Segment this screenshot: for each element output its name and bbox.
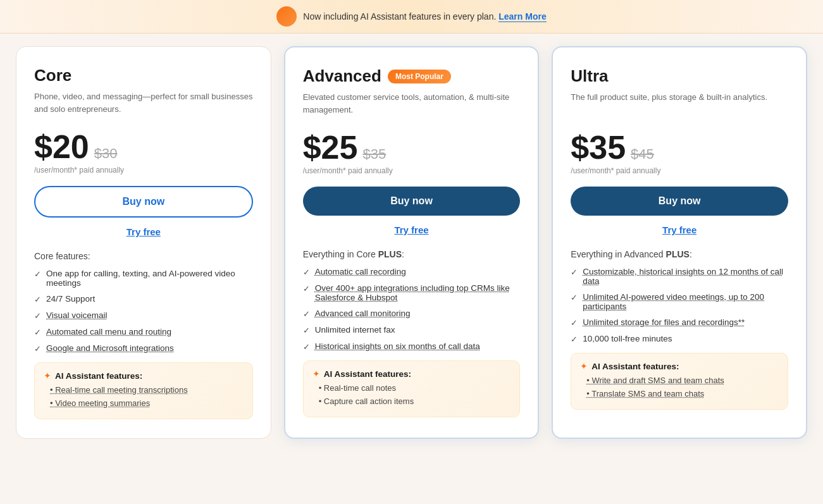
checkmark-icon: ✓: [303, 326, 310, 335]
price-row-ultra: $35 $45: [571, 131, 788, 164]
price-row-core: $20 $30: [34, 130, 253, 163]
price-old: $35: [362, 146, 386, 163]
plan-card-ultra: UltraThe full product suite, plus storag…: [552, 46, 807, 439]
plan-header-ultra: Ultra: [571, 66, 788, 86]
ai-star-icon: ✦: [580, 361, 588, 371]
price-old: $45: [631, 146, 654, 163]
buy-now-button-advanced[interactable]: Buy now: [303, 187, 521, 216]
plan-desc-advanced: Elevated customer service tools, automat…: [303, 91, 521, 120]
popular-badge: Most Popular: [388, 70, 451, 83]
feature-item: ✓10,000 toll-free minutes: [571, 334, 788, 344]
top-banner: Now including AI Assistant features in e…: [0, 0, 823, 34]
feature-text: One app for calling, texting, and AI-pow…: [46, 269, 253, 288]
ai-item: • Real-time call meeting transcriptions: [44, 384, 244, 396]
feature-item: ✓Automated call menu and routing: [34, 327, 253, 337]
plan-name-advanced: Advanced: [303, 66, 381, 86]
checkmark-icon: ✓: [571, 318, 578, 328]
feature-item: ✓Visual voicemail: [34, 310, 253, 321]
feature-item: ✓Unlimited AI-powered video meetings, up…: [571, 292, 788, 311]
ai-box-title: AI Assistant features:: [591, 362, 679, 371]
feature-text: Historical insights on six months of cal…: [315, 341, 480, 351]
price-row-advanced: $25 $35: [303, 131, 521, 164]
learn-more-link[interactable]: Learn More: [498, 11, 546, 22]
feature-text: Advanced call monitoring: [315, 309, 411, 318]
pricing-grid: CorePhone, video, and messaging—perfect …: [0, 34, 823, 458]
feature-text: Visual voicemail: [46, 310, 108, 320]
checkmark-icon: ✓: [571, 267, 578, 277]
ai-item-link: • Write and draft SMS and team chats: [586, 376, 724, 385]
feature-item: ✓One app for calling, texting, and AI-po…: [34, 269, 253, 288]
buy-now-button-core[interactable]: Buy now: [34, 186, 253, 218]
banner-message: Now including AI Assistant features in e…: [303, 11, 546, 22]
feature-text: Unlimited storage for files and recordin…: [583, 317, 745, 327]
price-main: $25: [303, 131, 358, 164]
plan-header-core: Core: [34, 66, 253, 85]
ai-item: • Translate SMS and team chats: [580, 388, 779, 400]
features-header-core: Core features:: [34, 251, 253, 261]
price-main: $20: [34, 130, 89, 163]
try-free-button-advanced[interactable]: Try free: [303, 222, 521, 238]
checkmark-icon: ✓: [34, 328, 41, 337]
ai-item-link: • Translate SMS and team chats: [586, 389, 704, 398]
price-period-ultra: /user/month* paid annually: [571, 166, 788, 175]
ai-box-core: ✦AI Assistant features:• Real-time call …: [34, 362, 253, 419]
ai-item-link: • Real-time call meeting transcriptions: [50, 385, 188, 395]
checkmark-icon: ✓: [34, 311, 41, 321]
price-period-core: /user/month* paid annually: [34, 166, 253, 175]
feature-item: ✓Advanced call monitoring: [303, 309, 521, 319]
buy-now-button-ultra[interactable]: Buy now: [571, 187, 788, 216]
ai-box-title: AI Assistant features:: [55, 371, 142, 381]
ai-box-header: ✦AI Assistant features:: [312, 369, 511, 379]
feature-text: Unlimited AI-powered video meetings, up …: [583, 292, 788, 311]
feature-text: Automated call menu and routing: [46, 327, 171, 336]
ai-item: • Video meeting summaries: [44, 398, 244, 409]
feature-text: Google and Microsoft integrations: [46, 343, 174, 353]
price-old: $30: [94, 145, 118, 162]
feature-text: Customizable, historical insights on 12 …: [583, 267, 788, 286]
plan-desc-ultra: The full product suite, plus storage & b…: [571, 91, 788, 120]
feature-text: 10,000 toll-free minutes: [583, 334, 672, 343]
features-header-ultra: Everything in Advanced PLUS:: [571, 249, 788, 259]
price-period-advanced: /user/month* paid annually: [303, 166, 521, 175]
feature-item: ✓24/7 Support: [34, 294, 253, 304]
checkmark-icon: ✓: [571, 335, 578, 344]
feature-item: ✓Automatic call recording: [303, 267, 521, 277]
features-header-advanced: Everything in Core PLUS:: [303, 249, 521, 259]
checkmark-icon: ✓: [303, 309, 310, 319]
checkmark-icon: ✓: [571, 293, 578, 302]
ai-box-header: ✦AI Assistant features:: [44, 371, 244, 381]
checkmark-icon: ✓: [303, 284, 310, 293]
feature-item: ✓Unlimited storage for files and recordi…: [571, 317, 788, 328]
ai-item: • Write and draft SMS and team chats: [580, 375, 779, 386]
feature-item: ✓Google and Microsoft integrations: [34, 343, 253, 353]
try-free-button-core[interactable]: Try free: [34, 224, 253, 240]
plan-header-advanced: AdvancedMost Popular: [303, 66, 521, 86]
ai-item: • Real-time call notes: [312, 383, 511, 394]
feature-item: ✓Over 400+ app integrations including to…: [303, 283, 521, 302]
price-main: $35: [571, 131, 626, 164]
plan-name-ultra: Ultra: [571, 66, 608, 86]
ai-box-header: ✦AI Assistant features:: [580, 361, 779, 371]
plan-name-core: Core: [34, 66, 71, 85]
checkmark-icon: ✓: [34, 269, 41, 279]
plan-card-advanced: AdvancedMost PopularElevated customer se…: [284, 46, 540, 439]
ai-item-link: • Video meeting summaries: [50, 398, 150, 408]
ai-badge-icon: [276, 6, 297, 27]
ai-item: • Capture call action items: [312, 396, 511, 407]
feature-text: Unlimited internet fax: [315, 325, 395, 335]
checkmark-icon: ✓: [34, 344, 41, 353]
feature-item: ✓Customizable, historical insights on 12…: [571, 267, 788, 286]
feature-text: Over 400+ app integrations including top…: [315, 283, 521, 302]
ai-box-title: AI Assistant features:: [324, 369, 411, 379]
ai-star-icon: ✦: [312, 369, 320, 379]
try-free-button-ultra[interactable]: Try free: [571, 222, 788, 238]
feature-item: ✓Historical insights on six months of ca…: [303, 341, 521, 352]
ai-box-advanced: ✦AI Assistant features:• Real-time call …: [303, 360, 521, 417]
ai-box-ultra: ✦AI Assistant features:• Write and draft…: [571, 353, 788, 410]
ai-star-icon: ✦: [44, 371, 51, 381]
checkmark-icon: ✓: [303, 267, 310, 277]
feature-text: 24/7 Support: [46, 294, 95, 304]
checkmark-icon: ✓: [303, 342, 310, 352]
plan-desc-core: Phone, video, and messaging—perfect for …: [34, 90, 253, 119]
feature-item: ✓Unlimited internet fax: [303, 325, 521, 335]
